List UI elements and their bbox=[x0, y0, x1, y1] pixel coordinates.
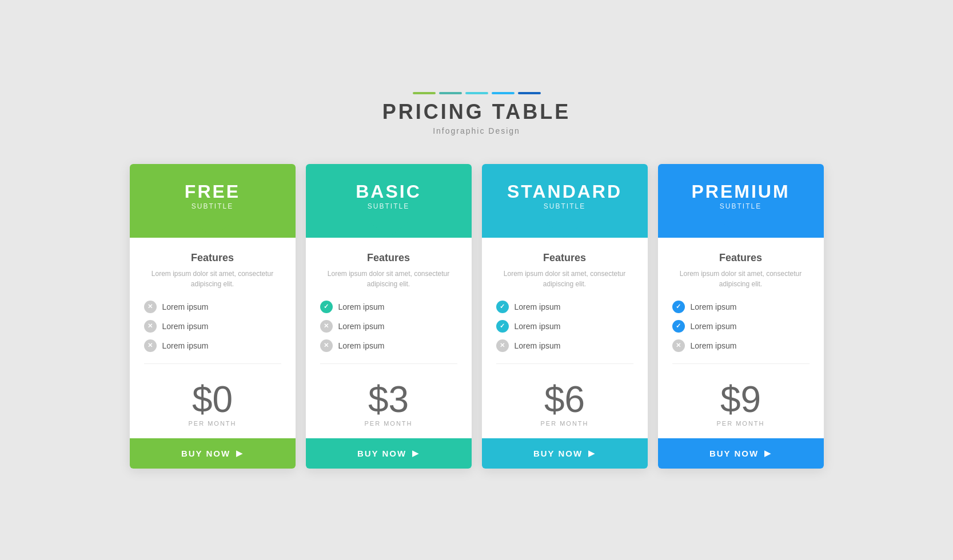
page-title: PRICING TABLE bbox=[382, 100, 571, 124]
cards-container: FREESUBTITLEFeaturesLorem ipsum dolor si… bbox=[130, 164, 824, 469]
feature-text: Lorem ipsum bbox=[515, 322, 561, 331]
cross-icon: ✕ bbox=[144, 301, 157, 313]
buy-button-free[interactable]: BUY NOW▶ bbox=[130, 438, 296, 469]
features-title-3: Features bbox=[672, 252, 810, 264]
chevron-3 bbox=[721, 222, 761, 238]
card-body-2: FeaturesLorem ipsum dolor sit amet, cons… bbox=[482, 238, 648, 438]
feature-item: ✓Lorem ipsum bbox=[672, 301, 810, 313]
arrow-icon: ▶ bbox=[764, 449, 772, 458]
card-header-0: FREESUBTITLE bbox=[130, 164, 296, 238]
buy-button-label: BUY NOW bbox=[357, 449, 406, 458]
header-dash bbox=[439, 92, 462, 94]
price-period-1: PER MONTH bbox=[320, 420, 457, 427]
cross-icon: ✕ bbox=[144, 339, 157, 352]
feature-item: ✕Lorem ipsum bbox=[496, 339, 633, 352]
features-desc-3: Lorem ipsum dolor sit amet, consectetur … bbox=[672, 269, 810, 289]
cross-icon: ✕ bbox=[320, 320, 333, 333]
plan-card-basic: BASICSUBTITLEFeaturesLorem ipsum dolor s… bbox=[306, 164, 472, 469]
chevron-0 bbox=[193, 222, 233, 238]
feature-text: Lorem ipsum bbox=[162, 341, 209, 350]
arrow-icon: ▶ bbox=[236, 449, 244, 458]
feature-item: ✕Lorem ipsum bbox=[320, 320, 457, 333]
buy-button-premium[interactable]: BUY NOW▶ bbox=[658, 438, 824, 469]
buy-button-standard[interactable]: BUY NOW▶ bbox=[482, 438, 648, 469]
card-header-3: PREMIUMSUBTITLE bbox=[658, 164, 824, 238]
check-icon: ✓ bbox=[672, 320, 685, 333]
plan-name-2: STANDARD bbox=[507, 181, 622, 202]
buy-button-label: BUY NOW bbox=[709, 449, 759, 458]
plan-subtitle-1: SUBTITLE bbox=[368, 202, 409, 210]
feature-text: Lorem ipsum bbox=[691, 341, 737, 350]
price-amount-0: $0 bbox=[144, 381, 281, 418]
plan-subtitle-0: SUBTITLE bbox=[192, 202, 233, 210]
price-period-3: PER MONTH bbox=[672, 420, 810, 427]
feature-text: Lorem ipsum bbox=[338, 302, 385, 311]
check-icon: ✓ bbox=[672, 301, 685, 313]
price-amount-3: $9 bbox=[672, 381, 810, 418]
card-footer-3: BUY NOW▶ bbox=[658, 438, 824, 469]
feature-list-2: ✓Lorem ipsum✓Lorem ipsum✕Lorem ipsum bbox=[496, 301, 633, 352]
card-footer-1: BUY NOW▶ bbox=[306, 438, 472, 469]
feature-text: Lorem ipsum bbox=[515, 302, 561, 311]
chevron-2 bbox=[545, 222, 585, 238]
card-body-1: FeaturesLorem ipsum dolor sit amet, cons… bbox=[306, 238, 472, 438]
price-amount-1: $3 bbox=[320, 381, 457, 418]
features-desc-1: Lorem ipsum dolor sit amet, consectetur … bbox=[320, 269, 457, 289]
price-period-0: PER MONTH bbox=[144, 420, 281, 427]
feature-text: Lorem ipsum bbox=[338, 341, 385, 350]
check-icon: ✓ bbox=[496, 301, 509, 313]
header-dashes bbox=[382, 92, 571, 94]
features-title-1: Features bbox=[320, 252, 457, 264]
card-body-3: FeaturesLorem ipsum dolor sit amet, cons… bbox=[658, 238, 824, 438]
plan-name-1: BASIC bbox=[356, 181, 421, 202]
card-footer-2: BUY NOW▶ bbox=[482, 438, 648, 469]
header-dash bbox=[518, 92, 541, 94]
feature-list-3: ✓Lorem ipsum✓Lorem ipsum✕Lorem ipsum bbox=[672, 301, 810, 352]
plan-card-free: FREESUBTITLEFeaturesLorem ipsum dolor si… bbox=[130, 164, 296, 469]
feature-item: ✕Lorem ipsum bbox=[320, 339, 457, 352]
divider-2 bbox=[496, 363, 633, 364]
feature-item: ✓Lorem ipsum bbox=[496, 301, 633, 313]
feature-item: ✓Lorem ipsum bbox=[320, 301, 457, 313]
features-title-2: Features bbox=[496, 252, 633, 264]
plan-subtitle-3: SUBTITLE bbox=[720, 202, 761, 210]
chevron-1 bbox=[369, 222, 409, 238]
plan-card-premium: PREMIUMSUBTITLEFeaturesLorem ipsum dolor… bbox=[658, 164, 824, 469]
price-section-1: $3PER MONTH bbox=[320, 375, 457, 438]
features-desc-0: Lorem ipsum dolor sit amet, consectetur … bbox=[144, 269, 281, 289]
feature-item: ✓Lorem ipsum bbox=[672, 320, 810, 333]
feature-text: Lorem ipsum bbox=[691, 302, 737, 311]
feature-text: Lorem ipsum bbox=[515, 341, 561, 350]
feature-item: ✕Lorem ipsum bbox=[144, 301, 281, 313]
feature-item: ✕Lorem ipsum bbox=[144, 339, 281, 352]
features-desc-2: Lorem ipsum dolor sit amet, consectetur … bbox=[496, 269, 633, 289]
card-footer-0: BUY NOW▶ bbox=[130, 438, 296, 469]
price-section-2: $6PER MONTH bbox=[496, 375, 633, 438]
header-dash bbox=[492, 92, 515, 94]
divider-3 bbox=[672, 363, 810, 364]
feature-item: ✓Lorem ipsum bbox=[496, 320, 633, 333]
feature-list-1: ✓Lorem ipsum✕Lorem ipsum✕Lorem ipsum bbox=[320, 301, 457, 352]
features-title-0: Features bbox=[144, 252, 281, 264]
plan-name-0: FREE bbox=[185, 181, 240, 202]
feature-item: ✕Lorem ipsum bbox=[144, 320, 281, 333]
card-header-2: STANDARDSUBTITLE bbox=[482, 164, 648, 238]
card-body-0: FeaturesLorem ipsum dolor sit amet, cons… bbox=[130, 238, 296, 438]
divider-0 bbox=[144, 363, 281, 364]
check-icon: ✓ bbox=[320, 301, 333, 313]
feature-text: Lorem ipsum bbox=[162, 322, 209, 331]
feature-list-0: ✕Lorem ipsum✕Lorem ipsum✕Lorem ipsum bbox=[144, 301, 281, 352]
page-subtitle: Infographic Design bbox=[382, 126, 571, 135]
cross-icon: ✕ bbox=[672, 339, 685, 352]
buy-button-label: BUY NOW bbox=[533, 449, 583, 458]
price-section-3: $9PER MONTH bbox=[672, 375, 810, 438]
buy-button-basic[interactable]: BUY NOW▶ bbox=[306, 438, 472, 469]
page-wrapper: PRICING TABLE Infographic Design FREESUB… bbox=[0, 69, 953, 491]
buy-button-label: BUY NOW bbox=[181, 449, 230, 458]
arrow-icon: ▶ bbox=[412, 449, 420, 458]
header-dash bbox=[465, 92, 488, 94]
cross-icon: ✕ bbox=[496, 339, 509, 352]
price-amount-2: $6 bbox=[496, 381, 633, 418]
check-icon: ✓ bbox=[496, 320, 509, 333]
cross-icon: ✕ bbox=[144, 320, 157, 333]
